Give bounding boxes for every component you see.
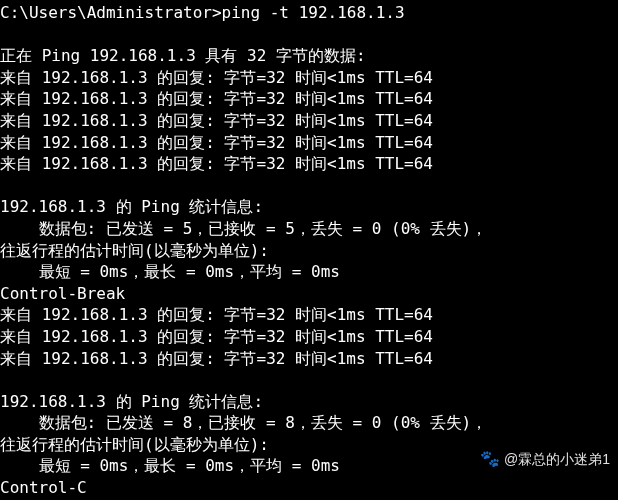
- watermark: 🐾 @霖总的小迷弟1: [480, 448, 610, 470]
- prompt-path: C:\Users\Administrator>: [0, 3, 222, 22]
- stats-packets: 数据包: 已发送 = 5，已接收 = 5，丢失 = 0 (0% 丢失)，: [0, 218, 618, 240]
- watermark-text: @霖总的小迷弟1: [504, 450, 610, 469]
- stats-rtt-values: 最短 = 0ms，最长 = 0ms，平均 = 0ms: [0, 261, 618, 283]
- ping-reply: 来自 192.168.1.3 的回复: 字节=32 时间<1ms TTL=64: [0, 132, 618, 154]
- stats-header: 192.168.1.3 的 Ping 统计信息:: [0, 196, 618, 218]
- ping-reply: 来自 192.168.1.3 的回复: 字节=32 时间<1ms TTL=64: [0, 304, 618, 326]
- ping-reply: 来自 192.168.1.3 的回复: 字节=32 时间<1ms TTL=64: [0, 110, 618, 132]
- blank-line: [0, 369, 618, 391]
- ping-reply: 来自 192.168.1.3 的回复: 字节=32 时间<1ms TTL=64: [0, 67, 618, 89]
- paw-icon: 🐾: [480, 448, 500, 470]
- blank-line: [0, 175, 618, 197]
- ping-reply: 来自 192.168.1.3 的回复: 字节=32 时间<1ms TTL=64: [0, 88, 618, 110]
- stats-packets: 数据包: 已发送 = 8，已接收 = 8，丢失 = 0 (0% 丢失)，: [0, 412, 618, 434]
- ping-command: ping -t 192.168.1.3: [222, 3, 405, 22]
- ping-header: 正在 Ping 192.168.1.3 具有 32 字节的数据:: [0, 45, 618, 67]
- blank-line: [0, 24, 618, 46]
- ping-reply: 来自 192.168.1.3 的回复: 字节=32 时间<1ms TTL=64: [0, 326, 618, 348]
- control-break: Control-Break: [0, 283, 618, 305]
- ping-reply: 来自 192.168.1.3 的回复: 字节=32 时间<1ms TTL=64: [0, 153, 618, 175]
- command-prompt-line[interactable]: C:\Users\Administrator>ping -t 192.168.1…: [0, 2, 618, 24]
- stats-header: 192.168.1.3 的 Ping 统计信息:: [0, 391, 618, 413]
- ping-reply: 来自 192.168.1.3 的回复: 字节=32 时间<1ms TTL=64: [0, 348, 618, 370]
- stats-rtt-header: 往返行程的估计时间(以毫秒为单位):: [0, 240, 618, 262]
- control-c: Control-C: [0, 477, 618, 499]
